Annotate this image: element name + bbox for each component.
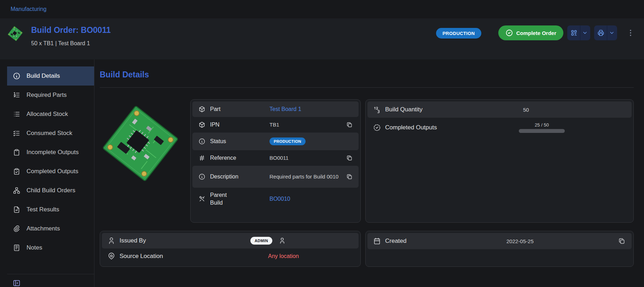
detail-label: Parent Build bbox=[210, 191, 235, 206]
sidebar-item-label: Child Build Orders bbox=[27, 187, 75, 194]
detail-row-reference: Reference BO0011 bbox=[192, 150, 359, 166]
detail-row-description: Description Required parts for Build 001… bbox=[192, 166, 359, 188]
paperclip-icon bbox=[13, 225, 21, 233]
detail-value: Required parts for Build 0010 bbox=[269, 173, 342, 180]
detail-value: 50 bbox=[523, 107, 630, 113]
detail-row-status: Status PRODUCTION bbox=[192, 133, 359, 150]
sitemap-icon bbox=[13, 187, 21, 194]
row-issued-by: Issued By ADMIN bbox=[102, 233, 359, 248]
build-quantity-panel: Build Quantity 50 Completed Outputs 25 /… bbox=[365, 99, 634, 223]
detail-label: Reference bbox=[210, 155, 269, 161]
copy-icon[interactable] bbox=[346, 122, 353, 128]
sidebar-item-child-build-orders[interactable]: Child Build Orders bbox=[7, 181, 94, 200]
copy-icon[interactable] bbox=[618, 238, 626, 245]
sidebar-item-label: Build Details bbox=[27, 72, 60, 80]
barcode-actions-button[interactable] bbox=[567, 25, 590, 40]
source-location-value: Any location bbox=[268, 253, 357, 259]
row-completed-outputs: Completed Outputs 25 / 50 bbox=[367, 118, 632, 137]
sidebar-item-notes[interactable]: Notes bbox=[7, 238, 94, 257]
report-icon bbox=[13, 206, 21, 213]
print-dropdown-chevron[interactable] bbox=[607, 25, 617, 40]
header-title-block: Build Order: BO0011 50 x TB1 | Test Boar… bbox=[7, 25, 111, 47]
sidebar-item-required-parts[interactable]: Required Parts bbox=[7, 86, 94, 105]
chevron-down-icon bbox=[609, 30, 615, 36]
detail-row-parent-build: Parent Build BO0010 bbox=[192, 188, 359, 210]
qrcode-icon[interactable] bbox=[567, 25, 580, 40]
build-order-page: Manufacturing Build Order: BO0011 50 x T… bbox=[0, 0, 644, 287]
part-link[interactable]: Test Board 1 bbox=[269, 105, 342, 113]
sidebar-item-consumed-stock[interactable]: Consumed Stock bbox=[7, 124, 94, 143]
page-header: Build Order: BO0011 50 x TB1 | Test Boar… bbox=[0, 18, 644, 59]
build-details-panel: Part Test Board 1 IPN TB1 Status bbox=[190, 99, 361, 223]
page-title: Build Order: BO0011 bbox=[31, 25, 111, 35]
copy-icon[interactable] bbox=[346, 174, 353, 180]
page-subtitle: 50 x TB1 | Test Board 1 bbox=[31, 40, 111, 47]
created-panel: Created 2022-05-25 bbox=[365, 231, 634, 267]
dots-vertical-icon bbox=[626, 29, 635, 37]
breadcrumb: Manufacturing bbox=[0, 0, 644, 18]
detail-label: Status bbox=[210, 138, 269, 145]
status-badge: PRODUCTION bbox=[436, 28, 481, 39]
clipboard-icon bbox=[13, 148, 21, 156]
sidebar-item-label: Notes bbox=[27, 244, 42, 251]
hash-icon bbox=[198, 154, 205, 162]
printer-icon[interactable] bbox=[594, 25, 607, 40]
detail-label: Source Location bbox=[120, 253, 226, 260]
sidebar-collapse-button[interactable] bbox=[7, 274, 94, 287]
divider bbox=[100, 87, 634, 88]
created-value: 2022-05-25 bbox=[506, 238, 614, 244]
sidebar-item-label: Allocated Stock bbox=[27, 111, 68, 118]
sidebar-item-label: Required Parts bbox=[27, 92, 66, 99]
tools-icon bbox=[198, 195, 205, 203]
detail-label: Part bbox=[210, 106, 269, 112]
section-heading: Build Details bbox=[100, 70, 634, 80]
user-icon bbox=[279, 237, 286, 244]
chevron-down-icon bbox=[582, 30, 588, 36]
detail-value: BO0011 bbox=[269, 154, 342, 162]
sidebar-item-label: Attachments bbox=[27, 225, 60, 232]
main-content: Build Details Part Test Board 1 bbox=[94, 59, 644, 287]
user-icon bbox=[108, 237, 115, 245]
complete-order-button[interactable]: Complete Order bbox=[498, 25, 563, 40]
sidebar-item-label: Consumed Stock bbox=[27, 130, 72, 137]
calendar-icon bbox=[373, 237, 381, 245]
detail-label: Issued By bbox=[120, 237, 226, 244]
more-actions-button[interactable] bbox=[626, 29, 635, 37]
detail-row-ipn: IPN TB1 bbox=[192, 117, 359, 133]
breadcrumb-manufacturing-link[interactable]: Manufacturing bbox=[11, 6, 46, 12]
copy-icon[interactable] bbox=[346, 155, 353, 161]
clipboard-check-icon bbox=[13, 168, 21, 175]
sidebar: Build Details Required Parts Allocated S… bbox=[0, 59, 94, 287]
detail-row-part: Part Test Board 1 bbox=[192, 101, 359, 117]
info-circle-icon bbox=[198, 173, 205, 180]
completed-outputs-progress: 25 / 50 bbox=[519, 122, 565, 133]
info-circle-icon bbox=[198, 138, 205, 145]
notes-icon bbox=[13, 244, 21, 252]
detail-label: Build Quantity bbox=[385, 106, 491, 113]
sidebar-item-completed-outputs[interactable]: Completed Outputs bbox=[7, 162, 94, 181]
complete-order-label: Complete Order bbox=[516, 30, 556, 36]
print-actions-button[interactable] bbox=[594, 25, 617, 40]
sidebar-item-label: Test Results bbox=[27, 206, 59, 213]
map-pin-icon bbox=[108, 252, 115, 260]
barcode-dropdown-chevron[interactable] bbox=[580, 25, 590, 40]
list-check-icon bbox=[13, 129, 21, 137]
numbers-icon bbox=[373, 106, 381, 113]
sidebar-collapse-icon bbox=[13, 279, 21, 287]
sidebar-item-attachments[interactable]: Attachments bbox=[7, 219, 94, 238]
sidebar-item-incomplete-outputs[interactable]: Incomplete Outputs bbox=[7, 143, 94, 162]
list-numbers-icon bbox=[13, 91, 21, 99]
detail-label: IPN bbox=[210, 122, 269, 128]
sidebar-item-allocated-stock[interactable]: Allocated Stock bbox=[7, 105, 94, 124]
detail-value: TB1 bbox=[269, 121, 342, 128]
parent-build-link[interactable]: BO0010 bbox=[269, 195, 342, 203]
issued-panel: Issued By ADMIN Source Location Any loca… bbox=[100, 231, 361, 267]
sidebar-item-build-details[interactable]: Build Details bbox=[7, 66, 94, 86]
progress-label: 25 / 50 bbox=[535, 122, 549, 128]
row-build-quantity: Build Quantity 50 bbox=[367, 101, 632, 118]
pcb-part-image[interactable] bbox=[100, 99, 181, 188]
progress-track bbox=[519, 129, 565, 133]
sidebar-item-test-results[interactable]: Test Results bbox=[7, 200, 94, 219]
circle-check-icon bbox=[505, 29, 513, 37]
pcb-thumbnail-image bbox=[7, 25, 23, 42]
